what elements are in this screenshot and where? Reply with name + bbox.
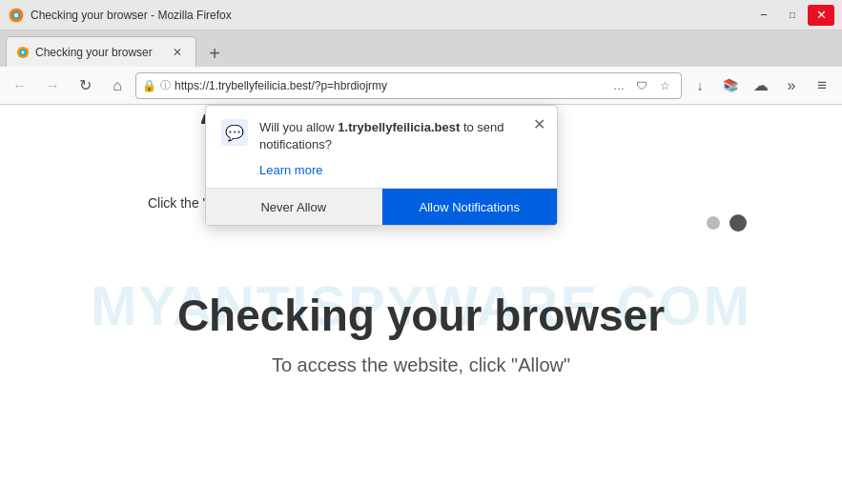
menu-icon: ≡ [817,76,827,95]
sync-icon: ☁ [753,76,769,94]
browser-tab[interactable]: Checking your browser ✕ [6,36,196,67]
forward-button[interactable]: → [38,72,67,99]
tab-bar: Checking your browser ✕ + [0,30,842,67]
extensions-button[interactable]: » [777,72,806,99]
allow-notifications-button[interactable]: Allow Notifications [382,189,558,225]
shield-button[interactable]: 🛡 [631,75,652,96]
message-icon: 💬 [225,124,244,142]
title-bar: Checking your browser - Mozilla Firefox … [0,0,842,30]
toolbar: ← → ↻ ⌂ 🔒 ⓘ … 🛡 ☆ ↓ 📚 ☁ [0,67,842,105]
url-more-button[interactable]: … [608,75,629,96]
library-button[interactable]: 📚 [716,72,745,99]
dots-row [707,214,747,232]
info-icon: ⓘ [160,78,171,92]
title-bar-controls: − □ ✕ [750,5,834,26]
dot-2 [729,214,747,232]
forward-icon: → [45,77,60,94]
tab-close-button[interactable]: ✕ [169,44,186,61]
back-button[interactable]: ← [6,72,34,99]
tab-title: Checking your browser [35,46,163,59]
main-heading: Checking your browser [177,290,665,341]
sub-text: To access the website, click "Allow" [272,354,570,376]
bookmark-button[interactable]: ☆ [654,75,675,96]
download-icon: ↓ [697,78,704,93]
firefox-icon [8,7,25,24]
toolbar-right: ↓ 📚 ☁ » ≡ [686,72,836,99]
title-bar-left: Checking your browser - Mozilla Firefox [8,7,232,24]
popup-close-button[interactable]: ✕ [528,113,549,134]
minimize-button[interactable]: − [750,5,777,26]
maximize-button[interactable]: □ [779,5,806,26]
tab-favicon [16,46,30,59]
download-button[interactable]: ↓ [686,72,714,99]
new-tab-button[interactable]: + [200,40,229,67]
popup-message-icon: 💬 [221,119,248,146]
back-icon: ← [12,77,28,94]
learn-more-link[interactable]: Learn more [259,163,322,177]
security-icon: 🔒 [142,79,156,92]
popup-content: Will you allow 1.trybellyfeilicia.best t… [259,119,542,178]
home-icon: ⌂ [113,77,122,94]
reload-button[interactable]: ↻ [71,72,99,99]
menu-button[interactable]: ≡ [808,72,836,99]
popup-buttons: Never Allow Allow Notifications [206,188,557,225]
url-input[interactable] [175,79,605,92]
bookmark-icon: ☆ [660,79,670,92]
popup-title: Will you allow 1.trybellyfeilicia.best t… [259,119,542,153]
library-icon: 📚 [723,78,738,92]
dot-1 [707,216,720,230]
never-allow-button[interactable]: Never Allow [206,189,382,225]
svg-point-5 [21,50,25,54]
popup-body: 💬 Will you allow 1.trybellyfeilicia.best… [206,106,557,188]
reload-icon: ↻ [79,76,92,94]
notification-popup: 💬 Will you allow 1.trybellyfeilicia.best… [205,105,558,226]
sync-button[interactable]: ☁ [747,72,775,99]
extensions-icon: » [788,77,796,94]
home-button[interactable]: ⌂ [103,72,132,99]
popup-site: 1.trybellyfeilicia.best [338,120,460,134]
close-button[interactable]: ✕ [808,5,834,26]
title-text: Checking your browser - Mozilla Firefox [31,9,232,22]
url-bar-actions: … 🛡 ☆ [608,75,675,96]
svg-point-2 [14,12,19,17]
popup-title-pre: Will you allow [259,120,338,134]
more-icon: … [613,79,625,92]
url-bar-wrapper: 🔒 ⓘ … 🛡 ☆ [135,72,682,99]
shield-icon: 🛡 [636,79,647,92]
